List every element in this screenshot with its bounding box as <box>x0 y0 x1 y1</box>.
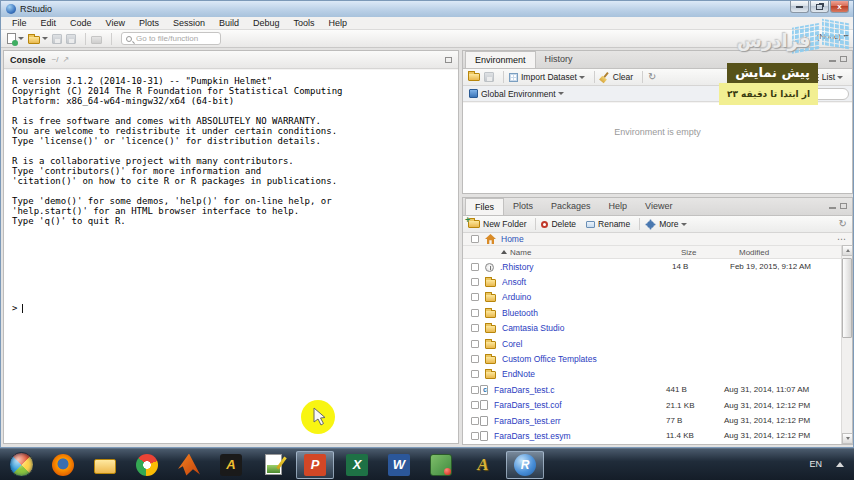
file-name[interactable]: FaraDars_test.c <box>494 385 666 395</box>
goto-directory-icon[interactable]: ↗ <box>62 55 69 64</box>
more-button[interactable]: More <box>645 219 686 229</box>
scroll-down-button[interactable] <box>842 433 853 444</box>
file-name[interactable]: .Rhistory <box>500 262 672 272</box>
taskbar-altium[interactable] <box>212 451 250 479</box>
file-name[interactable]: EndNote <box>502 369 674 379</box>
row-checkbox[interactable] <box>471 340 479 348</box>
column-size[interactable]: Size <box>681 248 697 257</box>
taskbar-excel[interactable] <box>338 451 376 479</box>
row-checkbox[interactable] <box>471 309 479 317</box>
minimize-button[interactable] <box>790 1 809 13</box>
file-row[interactable]: Ansoft <box>463 274 841 289</box>
taskbar-rstudio[interactable] <box>506 451 544 479</box>
open-file-button[interactable] <box>28 33 48 44</box>
row-checkbox[interactable] <box>471 401 479 409</box>
select-all-checkbox[interactable] <box>471 235 479 243</box>
scrollbar-thumb[interactable] <box>842 258 852 338</box>
file-row[interactable]: FaraDars_test.cof 21.1 KB Aug 31, 2014, … <box>463 398 841 413</box>
taskbar-labcenter[interactable] <box>422 451 460 479</box>
menu-item[interactable]: Build <box>212 17 246 30</box>
files-scrollbar[interactable] <box>841 245 852 444</box>
file-name[interactable]: FaraDars_test.err <box>494 416 666 426</box>
file-name[interactable]: Arduino <box>502 292 674 302</box>
file-name[interactable]: Corel <box>502 339 674 349</box>
rename-button[interactable]: Rename <box>586 219 630 229</box>
taskbar-powerpoint[interactable] <box>296 451 334 479</box>
refresh-icon[interactable]: ↻ <box>839 219 847 229</box>
file-row[interactable]: EndNote <box>463 367 841 382</box>
save-workspace-button[interactable] <box>484 72 494 82</box>
scroll-up-button[interactable] <box>842 245 853 256</box>
tab[interactable]: Environment <box>465 51 536 68</box>
menu-item[interactable]: View <box>99 17 132 30</box>
column-name[interactable]: Name <box>501 248 531 257</box>
file-row[interactable]: .Rhistory 14 B Feb 19, 2015, 9:12 AM <box>463 259 841 274</box>
show-hidden-icons-button[interactable] <box>836 462 844 467</box>
file-row[interactable]: Corel <box>463 336 841 351</box>
file-name[interactable]: FaraDars_test.cof <box>494 400 666 410</box>
taskbar-chart-tool[interactable] <box>254 451 292 479</box>
taskbar-explorer[interactable] <box>86 451 124 479</box>
print-button[interactable] <box>91 34 102 44</box>
file-row[interactable]: Arduino <box>463 290 841 305</box>
import-dataset-button[interactable]: Import Dataset <box>509 72 585 82</box>
menu-item[interactable]: Plots <box>132 17 166 30</box>
language-indicator[interactable]: EN <box>809 459 822 469</box>
menu-item[interactable]: Help <box>322 17 355 30</box>
row-checkbox[interactable] <box>471 370 479 378</box>
refresh-icon[interactable]: ↻ <box>648 72 656 82</box>
delete-button[interactable]: Delete <box>541 219 576 229</box>
menu-item[interactable]: Debug <box>246 17 287 30</box>
row-checkbox[interactable] <box>471 263 479 271</box>
tab[interactable]: History <box>536 51 582 68</box>
row-checkbox[interactable] <box>471 417 479 425</box>
tab[interactable]: Plots <box>504 198 542 215</box>
new-folder-button[interactable]: New Folder <box>468 219 526 229</box>
close-button[interactable]: x <box>830 1 849 13</box>
new-file-button[interactable] <box>7 33 24 44</box>
file-row[interactable]: FaraDars_test.err 77 B Aug 31, 2014, 12:… <box>463 413 841 428</box>
taskbar-matlab[interactable] <box>170 451 208 479</box>
row-checkbox[interactable] <box>471 324 479 332</box>
taskbar-activepresenter[interactable] <box>464 451 502 479</box>
titlebar[interactable]: RStudio x <box>1 1 853 17</box>
row-checkbox[interactable] <box>471 278 479 286</box>
breadcrumb-home-link[interactable]: Home <box>501 234 524 244</box>
file-row[interactable]: Custom Office Templates <box>463 351 841 366</box>
file-row[interactable]: FaraDars_test.c 441 B Aug 31, 2014, 11:0… <box>463 382 841 397</box>
row-checkbox[interactable] <box>471 293 479 301</box>
console-output[interactable]: R version 3.1.2 (2014-10-31) -- "Pumpkin… <box>4 70 458 443</box>
load-workspace-button[interactable] <box>468 73 480 81</box>
menu-item[interactable]: Tools <box>287 17 322 30</box>
file-row[interactable]: FaraDars_test.esym 11.4 KB Aug 31, 2014,… <box>463 428 841 443</box>
column-modified[interactable]: Modified <box>739 248 769 257</box>
tab[interactable]: Viewer <box>636 198 681 215</box>
restore-button[interactable] <box>810 1 829 13</box>
file-name[interactable]: Custom Office Templates <box>502 354 674 364</box>
row-checkbox[interactable] <box>471 386 479 394</box>
pane-maximize-icon[interactable] <box>445 57 452 63</box>
row-checkbox[interactable] <box>471 432 479 440</box>
tab[interactable]: Packages <box>542 198 600 215</box>
file-name[interactable]: Bluetooth <box>502 308 674 318</box>
menu-item[interactable]: Edit <box>34 17 64 30</box>
save-button[interactable] <box>52 34 62 44</box>
file-name[interactable]: Ansoft <box>502 277 674 287</box>
pane-maximize-icon[interactable] <box>840 203 847 209</box>
menu-item[interactable]: Code <box>63 17 99 30</box>
file-row[interactable]: Bluetooth <box>463 305 841 320</box>
taskbar-word[interactable] <box>380 451 418 479</box>
file-name[interactable]: FaraDars_test.esym <box>494 431 666 441</box>
row-checkbox[interactable] <box>471 355 479 363</box>
tab[interactable]: Help <box>600 198 637 215</box>
file-name[interactable]: Camtasia Studio <box>502 323 674 333</box>
goto-file-input[interactable]: Go to file/function <box>121 32 221 45</box>
taskbar-chrome[interactable] <box>128 451 166 479</box>
save-all-button[interactable] <box>66 34 76 44</box>
pane-minimize-icon[interactable] <box>829 207 836 209</box>
menu-item[interactable]: File <box>5 17 34 30</box>
clear-button[interactable]: Clear <box>600 72 633 82</box>
taskbar-start[interactable] <box>2 451 40 479</box>
file-row[interactable]: Camtasia Studio <box>463 321 841 336</box>
tab[interactable]: Files <box>465 198 504 215</box>
